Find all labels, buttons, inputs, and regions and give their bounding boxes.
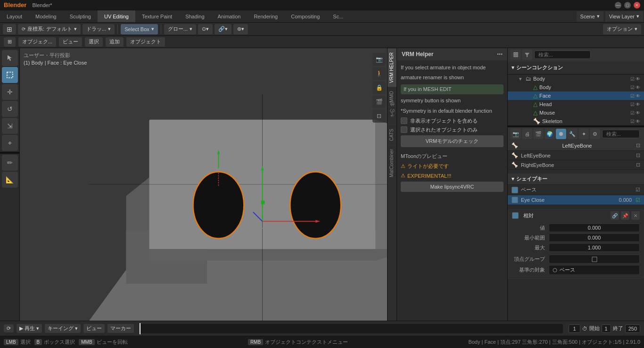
- shape-key-base-check[interactable]: ☑: [636, 187, 640, 193]
- relative-header[interactable]: 相対 🔗 📌 ✕: [508, 209, 644, 222]
- tree-item-head[interactable]: △ Head ☑ 👁: [508, 100, 644, 108]
- vrm-panel-options[interactable]: ⋯: [497, 51, 503, 58]
- close-btn[interactable]: ✕: [634, 2, 640, 8]
- body-vis[interactable]: 👁: [636, 85, 640, 90]
- body-restrict[interactable]: ☑: [630, 85, 635, 90]
- snap-btn[interactable]: 🔗▾: [215, 24, 231, 34]
- include-hidden-checkbox[interactable]: [401, 117, 407, 124]
- overlay-btn[interactable]: ⊡: [372, 109, 386, 123]
- side-tab-cats[interactable]: CATS: [388, 124, 396, 145]
- walk-nav-btn[interactable]: 🚶: [372, 67, 386, 80]
- camera-view-btn[interactable]: 📷: [372, 53, 386, 66]
- vertex-group-input[interactable]: [549, 255, 640, 264]
- side-tab-mmd[interactable]: MMD: [388, 87, 396, 106]
- play-btn[interactable]: ▶ 再生▾: [17, 324, 42, 333]
- value-input[interactable]: 0.000: [549, 224, 640, 232]
- scene-props-icon[interactable]: 🎬: [533, 129, 544, 139]
- tab-layout[interactable]: Layout: [0, 10, 29, 22]
- filter-icon[interactable]: [522, 50, 532, 60]
- rotate-tool[interactable]: ↺: [2, 101, 18, 117]
- keying-btn[interactable]: キーイング▾: [45, 324, 81, 333]
- tree-item-mouse[interactable]: △ Mouse ☑ 👁: [508, 108, 644, 117]
- move-tool[interactable]: ✛: [2, 84, 18, 100]
- selected-only-checkbox[interactable]: [401, 126, 407, 133]
- relative-link-btn[interactable]: 🔗: [611, 211, 619, 220]
- transform-orientations[interactable]: ⟳ 座標系: デフォルト▾: [18, 24, 81, 34]
- object-menu[interactable]: オブジェク...: [18, 37, 56, 47]
- viewport-vis-action[interactable]: 👁: [636, 76, 640, 82]
- head-restrict[interactable]: ☑: [630, 102, 635, 107]
- tab-uv-editing[interactable]: UV Editing: [98, 10, 135, 22]
- select-tool[interactable]: [2, 67, 18, 83]
- mouse-vis[interactable]: 👁: [636, 110, 640, 116]
- transform-tool[interactable]: ⌖: [2, 135, 18, 151]
- world-props-icon[interactable]: 🌍: [545, 129, 555, 139]
- min-input[interactable]: 0.000: [549, 233, 640, 242]
- tree-item-skeleton[interactable]: 🦴 Skeleton ☑ 👁: [508, 117, 644, 125]
- tree-item-body[interactable]: △ Body ☑ 👁: [508, 83, 644, 91]
- shape-key-eye-close[interactable]: Eye Close 0.000 ☑: [508, 195, 644, 205]
- side-tab-vrm[interactable]: VRM HELPER: [388, 48, 396, 87]
- skel-vis[interactable]: 👁: [636, 119, 640, 124]
- modifier-props-icon[interactable]: 🔧: [567, 129, 578, 139]
- bone-vis-0[interactable]: ⊡: [636, 152, 640, 158]
- face-vis[interactable]: 👁: [636, 93, 640, 99]
- bone-item-0[interactable]: 🦴 LeftEyeBone ⊡: [508, 151, 644, 160]
- head-vis[interactable]: 👁: [636, 102, 640, 107]
- relative-checkbox[interactable]: [512, 212, 519, 219]
- render-preview-btn[interactable]: 🎬: [372, 95, 386, 108]
- props-search[interactable]: [602, 130, 640, 138]
- tab-compositing[interactable]: Compositing: [284, 10, 326, 22]
- options-btn[interactable]: オプション▾: [603, 24, 641, 34]
- face-restrict[interactable]: ☑: [630, 93, 635, 99]
- add-menu[interactable]: 追加: [106, 37, 124, 47]
- annotate-tool[interactable]: ✏: [2, 155, 18, 171]
- object-menu2[interactable]: オブジェクト: [126, 37, 165, 47]
- tree-item-face[interactable]: △ Face ☑ 👁: [508, 91, 644, 100]
- tab-sculpting[interactable]: Sculpting: [63, 10, 98, 22]
- playhead[interactable]: [140, 323, 140, 334]
- tab-modeling[interactable]: Modeling: [29, 10, 63, 22]
- max-input[interactable]: 1.000: [549, 243, 640, 252]
- editor-mode-btn[interactable]: ⊞: [4, 37, 16, 47]
- shape-key-base[interactable]: ベース ☑: [508, 185, 644, 195]
- render-props-icon[interactable]: 📷: [511, 129, 521, 139]
- base-input[interactable]: ベース: [549, 265, 640, 275]
- timeline-view-btn[interactable]: ビュー: [83, 324, 105, 333]
- tree-item-body-collection[interactable]: ▾ 🗂 Body ☑ 👁: [508, 75, 644, 83]
- pivot-btn[interactable]: ⊙▾: [198, 24, 213, 34]
- measure-tool[interactable]: 📐: [2, 172, 18, 188]
- shape-key-eye-check[interactable]: ☑: [636, 197, 640, 203]
- tab-texture-paint[interactable]: Texture Paint: [135, 10, 179, 22]
- lock-camera-btn[interactable]: 🔒: [372, 81, 386, 94]
- frame-end-value[interactable]: 250: [625, 324, 640, 333]
- scene-search[interactable]: [534, 50, 591, 59]
- side-tab-matcombiner[interactable]: MatCombiner: [388, 145, 396, 181]
- proportional-btn[interactable]: ⊛▾: [233, 24, 248, 34]
- physics-props-icon[interactable]: ⚙: [590, 129, 600, 139]
- shape-key-base-checkbox[interactable]: [512, 187, 518, 193]
- particles-props-icon[interactable]: ✦: [578, 129, 589, 139]
- timeline-track[interactable]: [140, 324, 563, 333]
- side-tab-other[interactable]: その他: [388, 106, 396, 124]
- vrm-check-btn[interactable]: VRMモデルのチェック: [401, 135, 504, 147]
- maximize-btn[interactable]: □: [624, 2, 631, 8]
- scene-dropdown[interactable]: Scene▾: [577, 11, 603, 22]
- tab-rendering[interactable]: Rendering: [247, 10, 284, 22]
- global-orient-btn[interactable]: グロー...▾: [164, 24, 196, 34]
- viewport-3d[interactable]: ユーザー・平行投影 (1) Body | Face : Eye Close X …: [20, 48, 507, 321]
- output-props-icon[interactable]: 🖨: [522, 129, 532, 139]
- minimize-btn[interactable]: —: [615, 2, 621, 8]
- restrict-action[interactable]: ☑: [630, 76, 635, 82]
- cursor-tool[interactable]: [2, 50, 18, 66]
- select-box-btn[interactable]: Select Box▾: [121, 24, 158, 34]
- relative-pin-btn[interactable]: 📌: [621, 211, 629, 220]
- tab-shading[interactable]: Shading: [179, 10, 211, 22]
- lipsync-btn[interactable]: Make lipsync4VRC: [401, 182, 504, 192]
- bone-vis-1[interactable]: ⊡: [636, 162, 640, 168]
- bone-action[interactable]: ⊡: [636, 142, 640, 149]
- bone-item-1[interactable]: 🦴 RightEyeBone ⊡: [508, 160, 644, 170]
- shape-key-eye-checkbox[interactable]: [512, 197, 518, 203]
- timeline-editor-btn[interactable]: ⟳: [4, 324, 14, 332]
- outliner-icon[interactable]: [511, 50, 521, 60]
